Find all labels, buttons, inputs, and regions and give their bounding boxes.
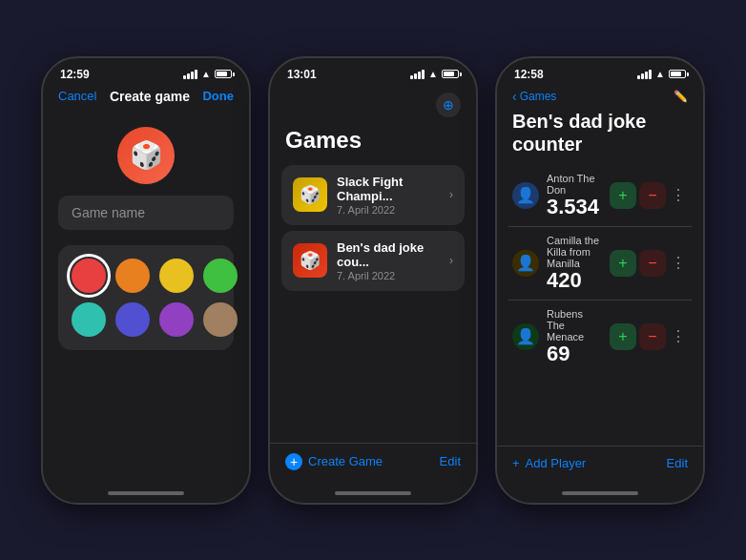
color-teal[interactable] xyxy=(72,302,106,337)
player-avatar-2: 👤 xyxy=(512,323,539,350)
player-info-0: Anton The Don 3.534 xyxy=(547,173,602,218)
games-footer: + Create Game Edit xyxy=(270,443,476,486)
games-header: ⊕ xyxy=(270,85,476,127)
home-indicator-2 xyxy=(335,491,411,495)
minus-button-0[interactable]: − xyxy=(639,182,666,209)
color-indigo[interactable] xyxy=(115,302,150,337)
player-name-0: Anton The Don xyxy=(547,173,602,196)
counter-title: Ben's dad joke counter xyxy=(497,110,703,165)
signal-icon xyxy=(183,70,197,79)
plus-button-0[interactable]: + xyxy=(610,182,636,209)
game-item-1[interactable]: 🎲 Ben's dad joke cou... 7. April 2022 › xyxy=(281,231,465,291)
game-icon-circle[interactable]: 🎲 xyxy=(117,127,175,184)
cancel-button[interactable]: Cancel xyxy=(58,89,96,103)
color-picker xyxy=(58,245,234,350)
player-name-2: Rubens The Menace xyxy=(547,308,602,342)
time-2: 13:01 xyxy=(287,68,317,81)
back-button[interactable]: ‹ Games xyxy=(512,89,556,104)
plus-button-2[interactable]: + xyxy=(610,323,636,350)
more-dots-icon-0[interactable]: ⋮ xyxy=(669,186,688,204)
chevron-icon-1: › xyxy=(449,254,453,267)
counter-screen: ‹ Games ✏️ Ben's dad joke counter 👤 Anto… xyxy=(497,85,703,486)
game-item-0[interactable]: 🎲 Slack Fight Champi... 7. April 2022 › xyxy=(281,165,465,225)
status-icons-3: ▲ xyxy=(637,69,686,79)
player-avatar-0: 👤 xyxy=(512,182,539,209)
games-list: 🎲 Slack Fight Champi... 7. April 2022 › … xyxy=(270,165,476,295)
more-dots-icon-2[interactable]: ⋮ xyxy=(669,327,688,345)
player-avatar-1: 👤 xyxy=(512,250,539,277)
plus-button-1[interactable]: + xyxy=(610,250,636,277)
wifi-icon-2: ▲ xyxy=(428,69,438,79)
create-game-screen: Cancel Create game Done 🎲 Game name xyxy=(43,85,249,486)
phone-create-game: 12:59 ▲ Cancel Create game Done 🎲 xyxy=(41,56,251,505)
player-name-1: Camilla the Killa from Manilla xyxy=(547,235,602,269)
game-item-icon-1: 🎲 xyxy=(293,243,327,278)
status-icons-1: ▲ xyxy=(183,69,232,79)
player-controls-1: + − ⋮ xyxy=(610,250,688,277)
player-score-0: 3.534 xyxy=(547,196,602,218)
game-item-info-0: Slack Fight Champi... 7. April 2022 xyxy=(337,175,440,216)
color-yellow[interactable] xyxy=(159,259,194,293)
player-item-0: 👤 Anton The Don 3.534 + − ⋮ xyxy=(508,165,692,227)
edit-pencil-icon[interactable]: ✏️ xyxy=(673,90,688,103)
battery-icon-3 xyxy=(669,70,686,78)
color-red[interactable] xyxy=(72,259,106,293)
phone-dad-joke-counter: 12:58 ▲ ‹ Games ✏️ Ben's dad joke counte… xyxy=(495,56,705,505)
game-item-icon-0: 🎲 xyxy=(293,177,327,212)
player-item-2: 👤 Rubens The Menace 69 + − ⋮ xyxy=(508,301,692,373)
player-info-1: Camilla the Killa from Manilla 420 xyxy=(547,235,602,292)
counter-nav: ‹ Games ✏️ xyxy=(497,85,703,110)
add-player-label: Add Player xyxy=(526,456,587,470)
games-screen: ⊕ Games 🎲 Slack Fight Champi... 7. April… xyxy=(270,85,476,486)
add-player-plus-icon: + xyxy=(512,456,520,470)
wifi-icon-3: ▲ xyxy=(655,69,665,79)
game-item-info-1: Ben's dad joke cou... 7. April 2022 xyxy=(337,240,440,281)
create-game-nav: Cancel Create game Done xyxy=(43,85,249,112)
edit-button-3[interactable]: Edit xyxy=(667,456,688,470)
back-chevron-icon: ‹ xyxy=(512,89,517,104)
more-options-button[interactable]: ⊕ xyxy=(436,93,461,117)
color-tan[interactable] xyxy=(203,302,238,337)
signal-icon-3 xyxy=(637,70,652,79)
done-button[interactable]: Done xyxy=(202,89,234,103)
more-dots-icon-1[interactable]: ⋮ xyxy=(669,254,688,272)
plus-circle-icon: + xyxy=(285,453,302,470)
status-bar-1: 12:59 ▲ xyxy=(43,58,249,85)
home-indicator-1 xyxy=(108,491,184,495)
back-label: Games xyxy=(520,90,557,103)
player-score-1: 420 xyxy=(547,269,602,292)
game-item-date-1: 7. April 2022 xyxy=(337,270,440,281)
add-player-button[interactable]: + Add Player xyxy=(512,456,586,470)
player-list: 👤 Anton The Don 3.534 + − ⋮ 👤 Camilla th… xyxy=(497,165,703,446)
create-game-label: Create Game xyxy=(308,454,383,468)
player-controls-2: + − ⋮ xyxy=(610,323,688,350)
edit-button-2[interactable]: Edit xyxy=(440,454,461,468)
status-icons-2: ▲ xyxy=(410,69,459,79)
game-name-field[interactable]: Game name xyxy=(58,196,234,230)
color-orange[interactable] xyxy=(115,259,150,293)
minus-button-1[interactable]: − xyxy=(639,250,666,277)
battery-icon xyxy=(215,70,232,78)
chevron-icon-0: › xyxy=(449,188,453,201)
color-purple[interactable] xyxy=(159,302,194,337)
create-game-title: Create game xyxy=(110,89,190,104)
game-name-placeholder: Game name xyxy=(72,205,145,220)
counter-footer: + Add Player Edit xyxy=(497,446,703,486)
minus-button-2[interactable]: − xyxy=(639,323,666,350)
player-controls-0: + − ⋮ xyxy=(610,182,688,209)
time-1: 12:59 xyxy=(60,68,90,81)
player-item-1: 👤 Camilla the Killa from Manilla 420 + −… xyxy=(508,227,692,301)
signal-icon-2 xyxy=(410,70,425,79)
create-game-button[interactable]: + Create Game xyxy=(285,453,383,470)
phone-games-list: 13:01 ▲ ⊕ Games 🎲 Slack Fight Champi... xyxy=(268,56,478,505)
wifi-icon: ▲ xyxy=(201,69,211,79)
player-info-2: Rubens The Menace 69 xyxy=(547,308,602,365)
color-green[interactable] xyxy=(203,259,238,293)
game-item-date-0: 7. April 2022 xyxy=(337,204,440,216)
player-score-2: 69 xyxy=(547,342,602,365)
status-bar-2: 13:01 ▲ xyxy=(270,58,476,85)
game-item-name-1: Ben's dad joke cou... xyxy=(337,240,440,269)
status-bar-3: 12:58 ▲ xyxy=(497,58,703,85)
dice-icon: 🎲 xyxy=(130,139,163,171)
game-icon-area: 🎲 xyxy=(43,112,249,196)
